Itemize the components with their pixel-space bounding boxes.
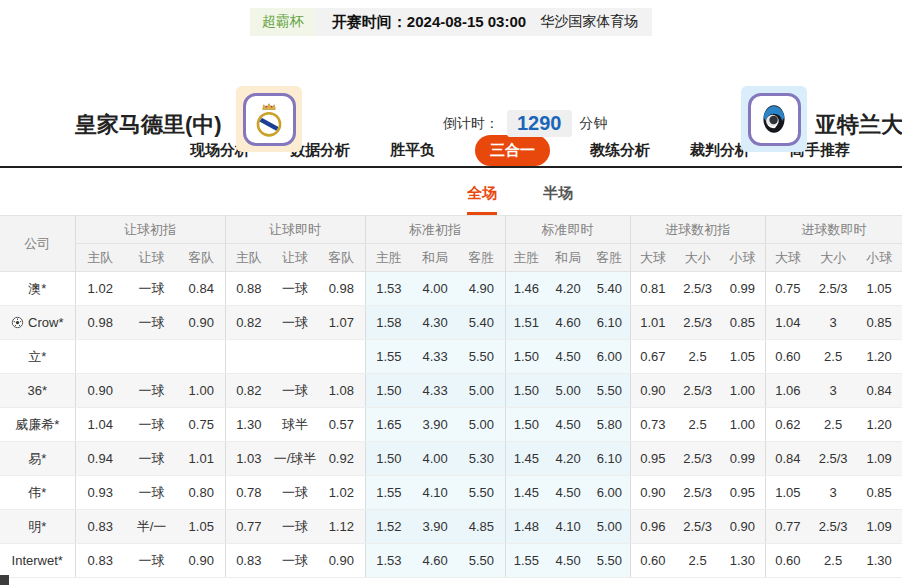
- odds-cell-result_initial: 1.53: [365, 272, 412, 306]
- odds-cell-result_initial: 5.50: [458, 340, 505, 374]
- table-row: 36*0.90一球1.000.82一球1.081.504.335.001.505…: [0, 374, 902, 408]
- nav-tab-coach-analysis[interactable]: 教练分析: [590, 141, 650, 160]
- sub-header-goals_live-0: 大球: [765, 244, 810, 272]
- period-tab-full-match[interactable]: 全场: [467, 168, 497, 215]
- odds-cell-goals_live: 0.62: [765, 408, 810, 442]
- sub-header-handicap_live-0: 主队: [225, 244, 272, 272]
- odds-cell-goals_initial: 0.90: [630, 476, 675, 510]
- real-madrid-crest-icon: [250, 100, 288, 138]
- odds-cell-handicap_initial: 一球: [125, 544, 178, 578]
- odds-cell-handicap_live: 一/球半: [272, 442, 318, 476]
- table-row: Interwet*0.83一球0.900.83一球0.901.534.605.5…: [0, 544, 902, 578]
- odds-cell-goals_initial: 2.5/3: [675, 374, 720, 408]
- kickoff-time: 开赛时间：2024-08-15 03:00: [332, 13, 526, 32]
- company-cell: 立*: [0, 340, 75, 374]
- period-tab-half-match[interactable]: 半场: [543, 168, 573, 215]
- soccer-ball-icon: [11, 316, 24, 329]
- odds-cell-result_initial: 4.30: [412, 306, 458, 340]
- company-name: Crow*: [28, 315, 63, 330]
- odds-cell-result_live: 5.00: [589, 510, 630, 544]
- company-column-header: 公司: [0, 216, 75, 272]
- odds-cell-goals_initial: 2.5: [675, 544, 720, 578]
- odds-cell-result_live: 4.20: [547, 272, 589, 306]
- atalanta-crest-icon: [755, 100, 793, 138]
- group-header-handicap_initial: 让球初指: [75, 216, 225, 244]
- odds-cell-goals_initial: 0.67: [630, 340, 675, 374]
- odds-cell-handicap_initial: 1.05: [178, 510, 225, 544]
- odds-cell-result_initial: 1.55: [365, 340, 412, 374]
- odds-cell-handicap_live: 一球: [272, 510, 318, 544]
- odds-cell-goals_initial: 0.60: [630, 544, 675, 578]
- sub-header-result_live-2: 客胜: [589, 244, 630, 272]
- odds-cell-goals_initial: 2.5/3: [675, 272, 720, 306]
- odds-cell-result_live: 1.45: [505, 442, 547, 476]
- odds-cell-goals_live: 1.09: [856, 510, 902, 544]
- company-name: 易*: [28, 451, 46, 466]
- odds-cell-handicap_live: 1.03: [225, 442, 272, 476]
- odds-cell-goals_initial: 0.95: [720, 476, 765, 510]
- odds-cell-result_initial: 4.90: [458, 272, 505, 306]
- countdown-value: 1290: [507, 110, 572, 137]
- league-badge: 超霸杯: [250, 8, 316, 36]
- odds-cell-handicap_initial: 0.90: [75, 374, 125, 408]
- odds-cell-goals_initial: 2.5: [675, 340, 720, 374]
- company-cell: 威廉希*: [0, 408, 75, 442]
- odds-cell-handicap_live: [318, 340, 365, 374]
- odds-cell-handicap_initial: 0.90: [178, 544, 225, 578]
- odds-cell-goals_live: 0.85: [856, 306, 902, 340]
- odds-cell-result_initial: 3.90: [412, 408, 458, 442]
- odds-cell-result_live: 1.45: [505, 476, 547, 510]
- odds-cell-result_initial: 1.52: [365, 510, 412, 544]
- odds-cell-result_initial: 1.58: [365, 306, 412, 340]
- sub-header-result_live-0: 主胜: [505, 244, 547, 272]
- odds-cell-result_initial: 5.50: [458, 544, 505, 578]
- odds-cell-goals_initial: 2.5/3: [675, 476, 720, 510]
- odds-cell-goals_live: 0.84: [765, 442, 810, 476]
- odds-cell-result_live: 4.60: [547, 306, 589, 340]
- odds-cell-handicap_initial: 一球: [125, 306, 178, 340]
- odds-cell-result_live: 1.48: [505, 510, 547, 544]
- odds-cell-handicap_live: 0.98: [318, 272, 365, 306]
- company-name: 明*: [28, 519, 46, 534]
- odds-cell-handicap_live: [225, 340, 272, 374]
- company-name: 澳*: [28, 281, 46, 296]
- odds-cell-goals_live: 1.04: [765, 306, 810, 340]
- odds-cell-goals_live: 0.60: [765, 544, 810, 578]
- odds-cell-goals_live: 2.5: [810, 544, 856, 578]
- nav-tab-three-in-one[interactable]: 三合一: [475, 135, 550, 166]
- odds-cell-goals_initial: 0.90: [720, 510, 765, 544]
- odds-cell-handicap_live: 0.90: [318, 544, 365, 578]
- group-header-goals_initial: 进球数初指: [630, 216, 765, 244]
- countdown: 倒计时： 1290 分钟: [443, 110, 608, 137]
- sub-header-handicap_initial-0: 主队: [75, 244, 125, 272]
- odds-cell-result_live: 5.50: [589, 374, 630, 408]
- odds-cell-result_initial: 1.53: [365, 544, 412, 578]
- odds-cell-handicap_live: 0.57: [318, 408, 365, 442]
- odds-cell-goals_initial: 2.5/3: [675, 442, 720, 476]
- countdown-label: 倒计时：: [443, 115, 499, 133]
- odds-cell-handicap_live: 球半: [272, 408, 318, 442]
- odds-cell-handicap_initial: 0.83: [75, 510, 125, 544]
- company-cell: 澳*: [0, 272, 75, 306]
- table-row: Crow*0.98一球0.900.82一球1.071.584.305.401.5…: [0, 306, 902, 340]
- odds-cell-result_initial: 3.90: [412, 510, 458, 544]
- odds-cell-result_live: 6.00: [589, 476, 630, 510]
- odds-cell-result_initial: 4.00: [412, 442, 458, 476]
- odds-cell-result_initial: 4.10: [412, 476, 458, 510]
- odds-cell-goals_live: 0.75: [765, 272, 810, 306]
- odds-cell-result_initial: 5.00: [458, 408, 505, 442]
- odds-cell-goals_initial: 0.85: [720, 306, 765, 340]
- odds-cell-result_initial: 5.30: [458, 442, 505, 476]
- odds-cell-handicap_initial: [75, 340, 125, 374]
- odds-cell-handicap_initial: 1.00: [178, 374, 225, 408]
- odds-cell-result_initial: 1.55: [365, 476, 412, 510]
- odds-cell-handicap_live: 1.02: [318, 476, 365, 510]
- odds-cell-result_live: 5.00: [547, 374, 589, 408]
- sub-header-goals_live-1: 大小: [810, 244, 856, 272]
- company-name: 立*: [28, 349, 46, 364]
- odds-cell-result_live: 4.50: [547, 544, 589, 578]
- nav-tab-win-draw-loss[interactable]: 胜平负: [390, 141, 435, 160]
- table-row: 伟*0.93一球0.800.78一球1.021.554.105.501.454.…: [0, 476, 902, 510]
- sub-header-handicap_initial-1: 让球: [125, 244, 178, 272]
- away-team-name: 亚特兰大: [815, 110, 902, 140]
